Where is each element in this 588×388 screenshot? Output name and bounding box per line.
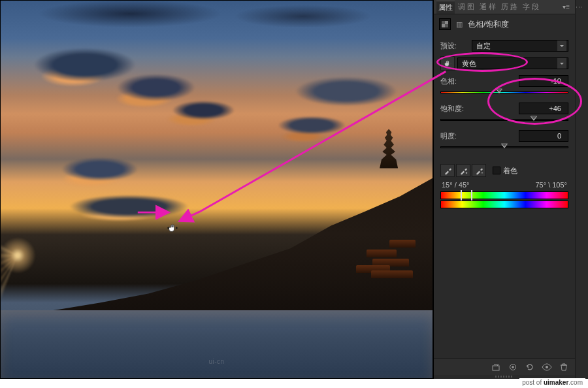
visibility-icon[interactable]: [540, 361, 554, 373]
photo-region: [1, 208, 95, 303]
tab-channels[interactable]: 通 样: [478, 1, 498, 13]
preset-label: 预设:: [440, 41, 472, 51]
photo-region: [14, 31, 252, 144]
range-right: 75° \ 105°: [535, 181, 567, 189]
tab-adjustments[interactable]: 调 图: [456, 1, 476, 13]
panel-footer: [434, 358, 575, 375]
color-range-slider[interactable]: [440, 191, 568, 199]
document-canvas[interactable]: ui-cn: [1, 1, 433, 378]
panel-collapse-strip[interactable]: ⋮: [575, 0, 588, 379]
trash-icon[interactable]: [557, 361, 571, 373]
chevron-down-icon: [557, 40, 566, 51]
watermark-bottom-right: post of uimaker.com: [519, 378, 585, 387]
eyedropper-add[interactable]: [456, 164, 470, 177]
app-window: ui-cn ⋮ 属性 调 图 通 样 历 路 字 段 ▾≡ ▥ 色相/饱和度: [0, 0, 588, 379]
view-previous-icon[interactable]: [506, 361, 520, 373]
lightness-label: 明度:: [440, 131, 474, 141]
preset-select[interactable]: 自定: [472, 40, 568, 52]
range-left: 15° / 45°: [442, 181, 469, 189]
adjustment-header: ▥ 色相/饱和度: [434, 14, 575, 34]
eyedropper-subtract[interactable]: [472, 164, 486, 177]
annotation-circle: [487, 78, 582, 125]
lightness-slider[interactable]: [440, 144, 568, 151]
panel-tab-bar: 属性 调 图 通 样 历 路 字 段 ▾≡: [434, 0, 575, 14]
mask-link-icon[interactable]: ▥: [455, 18, 464, 30]
svg-point-6: [546, 366, 548, 368]
output-spectrum: [440, 201, 568, 208]
properties-panel: ⋮ 属性 调 图 通 样 历 路 字 段 ▾≡ ▥ 色相/饱和度 预设: 自定: [433, 0, 588, 379]
chevron-down-icon: [557, 58, 566, 69]
photo-region: [1, 310, 433, 378]
clip-to-layer-icon[interactable]: [489, 361, 503, 373]
tab-paragraph[interactable]: 字 段: [521, 1, 541, 13]
colorize-checkbox[interactable]: [493, 167, 500, 174]
lightness-value-field[interactable]: [519, 130, 568, 142]
photo-region: [331, 234, 417, 287]
scrubby-hand-cursor: [167, 222, 178, 234]
tab-properties[interactable]: 属性: [436, 1, 455, 14]
reset-icon[interactable]: [523, 361, 537, 373]
lightness-input[interactable]: [523, 132, 561, 140]
hue-sat-icon: [439, 18, 451, 30]
tab-history[interactable]: 历 路: [499, 1, 519, 13]
svg-rect-3: [493, 366, 499, 370]
photo-region: [1, 1, 433, 27]
slider-thumb[interactable]: [501, 144, 508, 152]
preset-value: 自定: [476, 41, 491, 51]
panel-flyout-menu[interactable]: ▾≡: [560, 3, 572, 10]
saturation-label: 饱和度:: [440, 104, 474, 114]
annotation-circle: [436, 52, 528, 72]
adjustment-title: 色相/饱和度: [468, 19, 509, 30]
eyedropper-set[interactable]: [440, 164, 455, 177]
hue-label: 色相:: [440, 76, 474, 86]
svg-point-5: [512, 366, 514, 368]
watermark-center: ui-cn: [208, 358, 224, 365]
colorize-label: 着色: [503, 166, 517, 176]
photo-region: [260, 57, 433, 170]
